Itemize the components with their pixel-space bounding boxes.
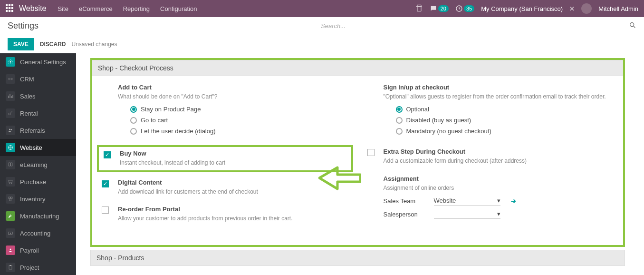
sidebar-item-label: Payroll — [20, 247, 39, 254]
sidebar-item-sales[interactable]: Sales — [0, 88, 76, 105]
radio-dialog[interactable]: Let the user decide (dialog) — [130, 128, 348, 135]
section-title-products: Shop - Products — [90, 250, 625, 266]
discard-button[interactable]: DISCARD — [40, 41, 66, 48]
topbar: Website Site eCommerce Reporting Configu… — [0, 0, 644, 17]
user-name[interactable]: Mitchell Admin — [598, 5, 638, 12]
sidebar-item-label: CRM — [20, 76, 34, 83]
chevron-down-icon: ▾ — [497, 210, 500, 217]
salesperson-label: Salesperson — [384, 211, 426, 218]
setting-desc: Instant checkout, instead of adding to c… — [120, 159, 346, 167]
phone-icon[interactable] — [415, 4, 423, 13]
money-icon — [6, 228, 15, 238]
sidebar-item-rental[interactable]: Rental — [0, 105, 76, 122]
sales-team-select[interactable]: Website▾ — [434, 196, 500, 206]
setting-desc: Add download link for customers at the e… — [118, 188, 348, 196]
nav-ecommerce[interactable]: eCommerce — [79, 5, 113, 12]
svg-point-2 — [10, 61, 11, 63]
sidebar-item-manufacturing[interactable]: Manufacturing — [0, 207, 76, 225]
salesperson-select[interactable]: ▾ — [434, 209, 500, 219]
wrench-icon — [6, 211, 15, 221]
sidebar-item-label: Accounting — [20, 230, 50, 237]
control-panel: Settings — [0, 17, 644, 35]
sidebar-item-elearning[interactable]: eLearning — [0, 156, 76, 173]
brand: Website — [19, 4, 47, 13]
sidebar-item-accounting[interactable]: Accounting — [0, 225, 76, 242]
checkbox-reorder[interactable] — [102, 206, 109, 214]
globe-icon — [6, 143, 15, 152]
sidebar-item-label: Purchase — [20, 178, 46, 186]
sidebar-item-project[interactable]: Project — [0, 259, 76, 275]
setting-title: Re-order From Portal — [118, 206, 348, 213]
search-input[interactable] — [321, 22, 625, 29]
sidebar-item-label: Rental — [20, 110, 38, 117]
payroll-icon — [6, 246, 15, 255]
radio-mandatory[interactable]: Mandatory (no guest checkout) — [396, 128, 614, 135]
svg-point-1 — [630, 23, 634, 27]
setting-title: Buy Now — [120, 150, 346, 157]
setting-desc: Add a customizable form during checkout … — [384, 157, 614, 165]
sidebar-item-label: Manufacturing — [20, 213, 59, 220]
sidebar-item-label: Inventory — [20, 196, 45, 203]
sidebar-item-label: Sales — [20, 93, 36, 100]
book-icon — [6, 160, 15, 169]
setting-assignment: Assignment Assignment of online orders S… — [367, 175, 614, 219]
svg-rect-11 — [10, 199, 11, 201]
sidebar-item-referrals[interactable]: Referrals — [0, 122, 76, 139]
checkbox-digital[interactable] — [102, 180, 109, 187]
highlighted-section: Shop - Checkout Process Add to Cart What… — [90, 58, 625, 247]
settings-sidebar: General Settings CRM Sales Rental Referr… — [0, 53, 76, 275]
svg-point-5 — [11, 129, 12, 130]
svg-point-3 — [9, 113, 10, 115]
setting-title: Add to Cart — [118, 84, 348, 91]
save-button[interactable]: SAVE — [8, 38, 34, 50]
setting-title: Digital Content — [118, 179, 348, 186]
setting-desc: Allow your customer to add products from… — [118, 215, 348, 223]
nav-configuration[interactable]: Configuration — [160, 5, 197, 12]
apps-icon[interactable] — [6, 4, 14, 13]
radio-icon — [130, 117, 137, 124]
activity-button[interactable]: 35 — [455, 5, 474, 12]
sidebar-item-website[interactable]: Website — [0, 139, 76, 156]
svg-rect-9 — [9, 197, 10, 199]
setting-add-to-cart: Add to Cart What should be done on "Add … — [102, 84, 348, 138]
svg-rect-16 — [10, 265, 11, 266]
search-icon[interactable] — [629, 21, 636, 30]
setting-desc: "Optional" allows guests to register fro… — [384, 93, 614, 101]
unsaved-status: Unsaved changes — [71, 41, 117, 48]
nav-site[interactable]: Site — [58, 5, 68, 12]
avatar[interactable] — [581, 3, 592, 14]
sidebar-item-inventory[interactable]: Inventory — [0, 190, 76, 207]
radio-optional[interactable]: Optional — [396, 106, 614, 113]
chevron-down-icon: ▾ — [497, 197, 500, 204]
radio-gotocart[interactable]: Go to cart — [130, 117, 348, 124]
radio-disabled[interactable]: Disabled (buy as guest) — [396, 117, 614, 124]
activity-badge: 35 — [464, 5, 474, 12]
svg-point-14 — [10, 249, 11, 250]
nav-reporting[interactable]: Reporting — [123, 5, 150, 12]
radio-stay[interactable]: Stay on Product Page — [130, 106, 348, 113]
setting-signin: Sign in/up at checkout "Optional" allows… — [367, 84, 614, 138]
company-switcher[interactable]: My Company (San Francisco) — [481, 5, 563, 12]
sidebar-item-label: Project — [20, 264, 39, 271]
sidebar-item-purchase[interactable]: Purchase — [0, 173, 76, 190]
svg-point-8 — [11, 183, 12, 184]
sidebar-item-crm[interactable]: CRM — [0, 70, 76, 88]
sidebar-item-general[interactable]: General Settings — [0, 53, 76, 70]
debug-icon[interactable]: ✕ — [569, 5, 575, 12]
svg-point-13 — [10, 233, 11, 234]
sidebar-item-label: Website — [20, 144, 42, 151]
people-icon — [6, 126, 15, 135]
setting-title: Assignment — [384, 175, 614, 182]
clipboard-icon — [6, 263, 15, 272]
checkbox-buy-now[interactable] — [104, 151, 111, 158]
sidebar-item-label: Referrals — [20, 127, 45, 134]
discuss-button[interactable]: 20 — [430, 5, 449, 12]
external-link-icon[interactable]: ➔ — [511, 197, 516, 205]
svg-rect-10 — [11, 197, 13, 199]
checkbox-extra-step[interactable] — [367, 149, 375, 156]
setting-digital: Digital Content Add download link for cu… — [102, 179, 348, 196]
radio-icon — [396, 117, 403, 124]
sidebar-item-payroll[interactable]: Payroll — [0, 242, 76, 259]
page-title: Settings — [8, 21, 38, 31]
svg-point-4 — [9, 129, 10, 130]
